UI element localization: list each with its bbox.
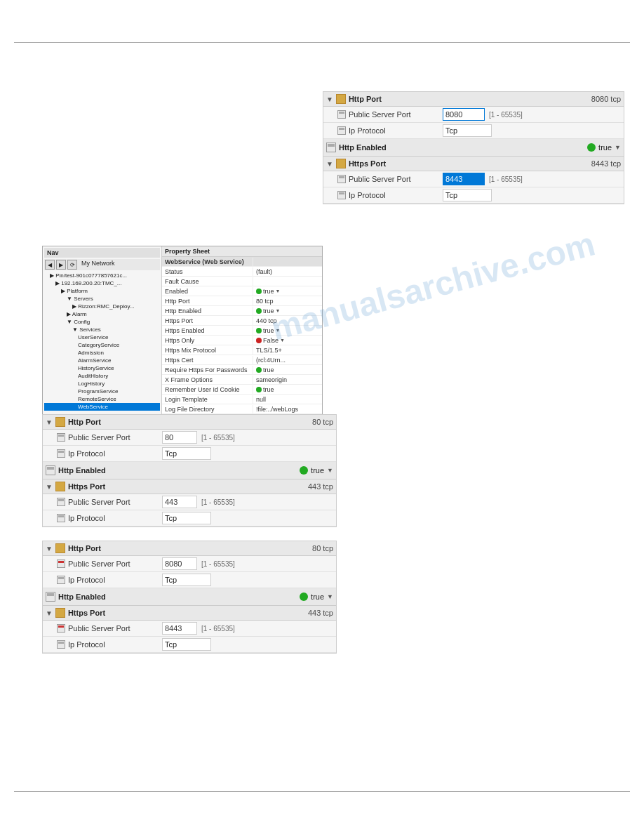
http-enabled-dot	[587, 143, 596, 152]
s3-http-enabled-value: true	[311, 466, 324, 475]
s3-https-public-port-label: Public Server Port	[68, 498, 159, 506]
https-ip-protocol-value: Tcp	[445, 191, 457, 199]
nav-item-11[interactable]: Admission	[44, 349, 160, 357]
ps-title-row: WebService (Web Service)	[162, 257, 322, 267]
nav-item-8[interactable]: ▼ Services	[44, 326, 160, 333]
ps-value-enabled: true ▼	[253, 287, 322, 296]
ps-value-https-port: 440 tcp	[253, 317, 322, 325]
http-ip-protocol-dropdown[interactable]: Tcp	[443, 124, 492, 137]
http-enabled-badge: true ▼	[587, 141, 621, 154]
https-ip-protocol-dropdown[interactable]: Tcp	[443, 189, 492, 201]
https-public-server-port-input[interactable]	[443, 173, 485, 185]
s4-http-enabled-row: Http Enabled true ▼	[43, 588, 336, 606]
s4-https-ip-protocol-icon	[57, 640, 65, 649]
s3-http-enabled-label: Http Enabled	[58, 466, 297, 475]
s3-http-public-port-input[interactable]	[162, 431, 197, 444]
ps-arrow-https-only[interactable]: ▼	[280, 338, 285, 343]
ps-dot-remember	[256, 387, 262, 392]
ps-label-log-dir: Log File Directory	[162, 405, 253, 413]
ps-dot-req-https	[256, 367, 262, 373]
s3-http-port-label: Http Port	[68, 418, 309, 426]
s3-https-port-folder-icon	[55, 482, 65, 491]
s3-https-public-port-icon	[57, 498, 65, 506]
ps-dot-http-enabled	[256, 308, 262, 314]
s4-http-ip-protocol-row: Ip Protocol Tcp	[43, 572, 336, 588]
https-port-folder-icon	[336, 159, 346, 168]
https-port-section-header[interactable]: ▼ Https Port 8443 tcp	[323, 157, 624, 171]
nav-btn-1[interactable]: ◀	[45, 260, 55, 270]
nav-item-4[interactable]: ▼ Servers	[44, 295, 160, 303]
s4-http-enabled-arrow[interactable]: ▼	[327, 593, 333, 600]
s4-https-port-collapse[interactable]: ▼	[46, 609, 53, 617]
s3-https-ip-protocol-label: Ip Protocol	[68, 514, 159, 522]
s3-http-port-collapse[interactable]: ▼	[46, 418, 53, 426]
s3-http-ip-protocol-dropdown[interactable]: Tcp	[162, 447, 211, 460]
nav-item-10[interactable]: CategoryService	[44, 341, 160, 349]
s4-http-ip-protocol-icon	[57, 576, 65, 584]
nav-item-6[interactable]: ▶ Alarm	[44, 310, 160, 318]
s4-http-public-port-icon	[57, 560, 65, 568]
s4-https-port-value: 443 tcp	[308, 609, 333, 617]
nav-item-9[interactable]: UserService	[44, 333, 160, 341]
s4-http-public-port-input[interactable]	[162, 557, 197, 570]
nav-item-13[interactable]: HistoryService	[44, 364, 160, 372]
http-public-server-port-input[interactable]	[443, 108, 485, 121]
nav-item-5[interactable]: ▶ Rizzon:RMC_Deploy...	[44, 303, 160, 310]
s3-http-enabled-icon	[46, 465, 55, 475]
http-enabled-arrow[interactable]: ▼	[615, 144, 621, 151]
ps-label-http-port: Http Port	[162, 297, 253, 305]
ps-title-label: WebService (Web Service)	[162, 258, 253, 266]
https-port-collapse-icon[interactable]: ▼	[326, 160, 333, 168]
nav-btn-3[interactable]: ⟳	[67, 260, 77, 270]
nav-item-14[interactable]: AuditHistory	[44, 372, 160, 380]
https-ip-protocol-icon	[337, 191, 346, 199]
s4-http-ip-protocol-dropdown[interactable]: Tcp	[162, 574, 211, 586]
nav-item-1[interactable]: ▶ Pin/test-901c0777857621c...	[44, 272, 160, 279]
nav-item-7[interactable]: ▼ Config	[44, 318, 160, 326]
s4-https-public-port-icon	[57, 624, 65, 633]
nav-item-2[interactable]: ▶ 192.168.200.20:TMC_...	[44, 279, 160, 287]
http-enabled-label: Http Enabled	[339, 143, 584, 152]
s3-http-enabled-arrow[interactable]: ▼	[327, 467, 333, 474]
http-port-section-header[interactable]: ▼ Http Port 8080 tcp	[323, 92, 624, 107]
s4-https-port-header[interactable]: ▼ Https Port 443 tcp	[43, 606, 336, 621]
s3-http-port-header[interactable]: ▼ Http Port 80 tcp	[43, 415, 336, 430]
ps-arrow-http-enabled[interactable]: ▼	[276, 308, 281, 313]
nav-item-12[interactable]: AlarmService	[44, 357, 160, 364]
ps-label-req-https: Require Https For Passwords	[162, 366, 253, 374]
ps-value-status: (fault)	[253, 267, 322, 276]
s4-http-port-collapse[interactable]: ▼	[46, 545, 53, 552]
ps-arrow-enabled[interactable]: ▼	[276, 289, 281, 293]
ps-row-status: Status (fault)	[162, 267, 322, 277]
http-enabled-value: true	[598, 143, 612, 152]
ps-label-https-mix: Https Mix Protocol	[162, 346, 253, 355]
s4-http-enabled-label: Http Enabled	[58, 593, 297, 601]
nav-item-17[interactable]: RemoteService	[44, 395, 160, 403]
s3-https-port-collapse[interactable]: ▼	[46, 483, 53, 491]
s4-https-ip-protocol-dropdown[interactable]: Tcp	[162, 638, 211, 651]
nav-item-16[interactable]: ProgramService	[44, 388, 160, 395]
nav-item-15[interactable]: LogHistory	[44, 380, 160, 388]
s3-https-port-header[interactable]: ▼ Https Port 443 tcp	[43, 479, 336, 494]
s3-http-ip-protocol-icon	[57, 449, 65, 458]
s3-https-public-port-row: Public Server Port [1 - 65535]	[43, 494, 336, 510]
nav-item-3[interactable]: ▶ Platform	[44, 287, 160, 295]
bottom-rule	[14, 791, 630, 792]
s3-https-ip-protocol-value: Tcp	[165, 514, 177, 522]
s3-https-ip-protocol-dropdown[interactable]: Tcp	[162, 512, 211, 524]
nav-item-18[interactable]: WebService	[44, 403, 160, 411]
s4-http-port-header[interactable]: ▼ Http Port 80 tcp	[43, 541, 336, 556]
ps-arrow-https-enabled[interactable]: ▼	[276, 328, 281, 333]
s4-https-public-port-input[interactable]	[162, 622, 197, 635]
https-ip-protocol-row: Ip Protocol Tcp	[323, 187, 624, 204]
ps-value-https-cert: (rcl:4Urn...	[253, 356, 322, 364]
s3-https-public-port-input[interactable]	[162, 496, 197, 508]
ps-value-remember: true	[253, 385, 322, 394]
s3-http-ip-protocol-row: Ip Protocol Tcp	[43, 446, 336, 462]
ps-row-log-dir: Log File Directory !file:../webLogs	[162, 404, 322, 414]
http-port-collapse-icon[interactable]: ▼	[326, 95, 333, 103]
s4-https-port-label: Https Port	[68, 609, 305, 617]
s3-http-public-port-row: Public Server Port [1 - 65535]	[43, 430, 336, 446]
ps-dot-enabled	[256, 289, 262, 294]
nav-btn-2[interactable]: ▶	[56, 260, 66, 270]
